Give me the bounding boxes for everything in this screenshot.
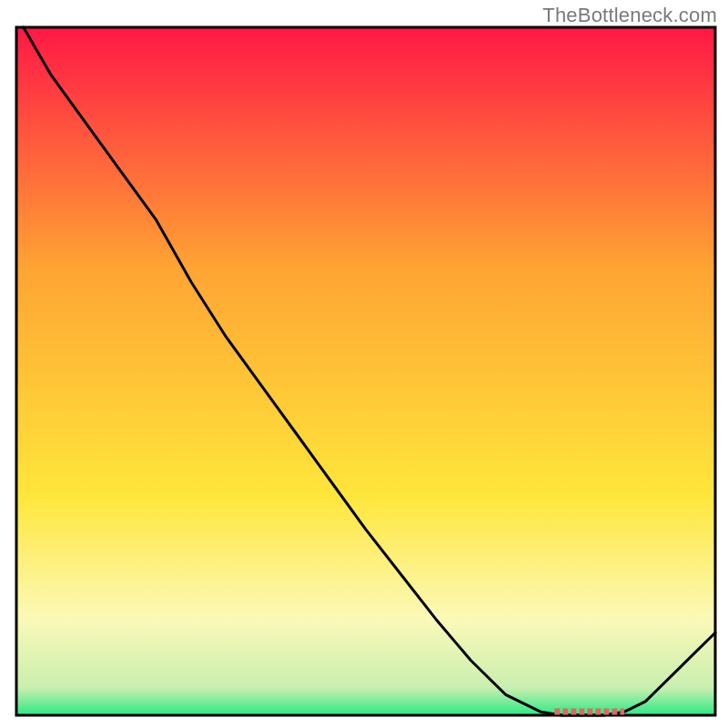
attribution-text: TheBottleneck.com — [542, 4, 717, 27]
chart-container: TheBottleneck.com — [0, 0, 728, 728]
plot-background — [16, 27, 715, 715]
bottleneck-chart — [0, 0, 728, 728]
